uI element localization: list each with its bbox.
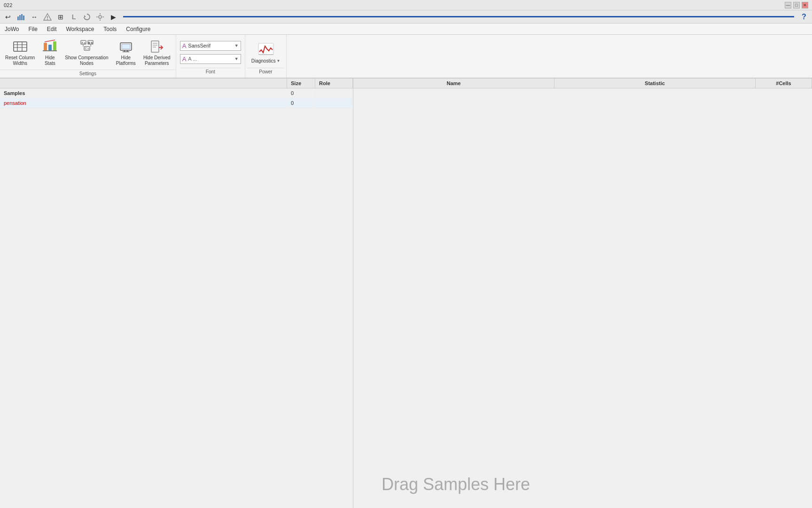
- show-compensation-nodes-label: Show CompensationNodes: [65, 55, 108, 66]
- name-column-header: [0, 79, 287, 88]
- grid-icon[interactable]: ⊞: [55, 12, 67, 22]
- samples-name-cell: Samples: [0, 88, 287, 98]
- svg-rect-1: [19, 15, 21, 20]
- show-compensation-nodes-icon: A a B b C c: [79, 39, 94, 54]
- power-section-label: Power: [247, 68, 285, 76]
- hide-derived-parameters-button[interactable]: Hide DerivedParameters: [140, 37, 174, 69]
- stats-header: Name Statistic #Cells: [353, 79, 812, 88]
- samples-size-cell: 0: [287, 88, 315, 98]
- menu-file[interactable]: File: [23, 24, 42, 34]
- svg-point-8: [99, 16, 102, 18]
- samples-row[interactable]: Samples 0: [0, 88, 353, 98]
- main-content: Size Role Samples 0 pensation 0 Name Sta…: [0, 79, 812, 508]
- svg-rect-32: [151, 41, 159, 52]
- menu-tools[interactable]: Tools: [99, 24, 121, 34]
- svg-text:B b: B b: [88, 41, 93, 44]
- expand-icon[interactable]: ↔: [28, 12, 40, 22]
- font-size-arrow: ▼: [234, 56, 239, 61]
- samples-role-cell: [315, 88, 353, 98]
- font-name-label: SansSerif: [188, 43, 234, 48]
- svg-rect-16: [53, 41, 56, 50]
- left-panel-header: Size Role: [0, 79, 353, 88]
- settings-icon[interactable]: [94, 12, 106, 22]
- hide-platforms-label: HidePlatforms: [116, 55, 136, 66]
- show-compensation-nodes-button[interactable]: A a B b C c Show CompensationNodes: [62, 37, 111, 69]
- compensation-row[interactable]: pensation 0: [0, 98, 353, 108]
- more-icon[interactable]: ▶: [107, 12, 119, 22]
- hide-derived-parameters-label: Hide DerivedParameters: [143, 55, 171, 66]
- chart-icon[interactable]: [15, 12, 27, 22]
- list-icon[interactable]: L: [68, 12, 80, 22]
- reset-column-widths-button[interactable]: Reset ColumnWidths: [2, 37, 38, 69]
- ribbon-settings-section: Reset ColumnWidths HideStats: [0, 35, 176, 78]
- reset-column-widths-icon: [13, 39, 28, 54]
- diagnostics-label: Diagnostics: [251, 58, 276, 64]
- reset-column-widths-label: Reset ColumnWidths: [5, 55, 35, 66]
- svg-text:C c: C c: [85, 47, 89, 50]
- hide-stats-button[interactable]: HideStats: [39, 37, 61, 69]
- svg-rect-15: [48, 45, 52, 50]
- diagnostics-power-button[interactable]: Diagnostics ▼: [247, 37, 285, 68]
- drag-samples-area[interactable]: Drag Samples Here: [353, 88, 812, 508]
- undo-icon[interactable]: ↩: [2, 12, 14, 22]
- drag-samples-text: Drag Samples Here: [382, 475, 530, 494]
- svg-rect-9: [14, 42, 27, 51]
- hide-platforms-button[interactable]: HidePlatforms: [113, 37, 139, 69]
- svg-rect-2: [21, 14, 23, 20]
- svg-marker-7: [84, 15, 86, 17]
- font-size-label: A ...: [188, 56, 234, 62]
- ribbon-font-section: A SansSerif ▼ A A ... ▼ Font: [176, 35, 245, 78]
- ribbon-power-section: Diagnostics ▼ Power: [245, 35, 287, 78]
- toolbar-strip: ↩ ↔ ⊞ L ▶ ?: [0, 10, 812, 24]
- menu-jowo[interactable]: JoWo: [0, 24, 23, 34]
- ribbon: Reset ColumnWidths HideStats: [0, 35, 812, 79]
- left-panel: Size Role Samples 0 pensation 0: [0, 79, 353, 508]
- stats-name-header: Name: [353, 79, 554, 88]
- role-column-header: Role: [315, 79, 353, 88]
- compensation-size-cell: 0: [287, 98, 315, 108]
- stats-statistic-header: Statistic: [554, 79, 756, 88]
- app-title: 022: [4, 2, 12, 8]
- minimize-button[interactable]: —: [785, 2, 791, 8]
- diagnostics-icon: [258, 41, 274, 58]
- close-button[interactable]: ✕: [802, 2, 808, 8]
- settings-section-label: Settings: [0, 70, 176, 78]
- maximize-button[interactable]: □: [793, 2, 800, 8]
- font-size-dropdown[interactable]: A A ... ▼: [180, 54, 241, 64]
- right-panel: Name Statistic #Cells Drag Samples Here: [353, 79, 812, 508]
- svg-text:A a: A a: [81, 41, 86, 44]
- hide-stats-label: HideStats: [45, 55, 55, 66]
- hide-derived-parameters-icon: [149, 39, 164, 54]
- title-bar: 022 — □ ✕: [0, 0, 812, 10]
- help-icon[interactable]: ?: [798, 12, 810, 22]
- svg-rect-14: [44, 43, 47, 50]
- compensation-role-cell: [315, 98, 353, 108]
- svg-point-6: [47, 19, 48, 20]
- svg-rect-28: [122, 44, 130, 49]
- font-section-label: Font: [180, 68, 241, 76]
- svg-rect-3: [23, 16, 24, 20]
- menu-bar: JoWo File Edit Workspace Tools Configure: [0, 24, 812, 35]
- menu-workspace[interactable]: Workspace: [62, 24, 99, 34]
- menu-configure[interactable]: Configure: [121, 24, 155, 34]
- hide-platforms-icon: [118, 39, 133, 54]
- svg-rect-0: [17, 16, 19, 20]
- alert-icon[interactable]: [41, 12, 54, 22]
- font-family-dropdown[interactable]: A SansSerif ▼: [180, 41, 241, 51]
- font-dropdown-arrow: ▼: [234, 43, 239, 48]
- compensation-name-cell: pensation: [0, 98, 287, 108]
- menu-edit[interactable]: Edit: [42, 24, 62, 34]
- refresh-icon[interactable]: [81, 12, 93, 22]
- stats-cells-header: #Cells: [756, 79, 812, 88]
- size-column-header: Size: [287, 79, 315, 88]
- diagnostics-arrow: ▼: [276, 59, 280, 63]
- hide-stats-icon: [42, 39, 57, 54]
